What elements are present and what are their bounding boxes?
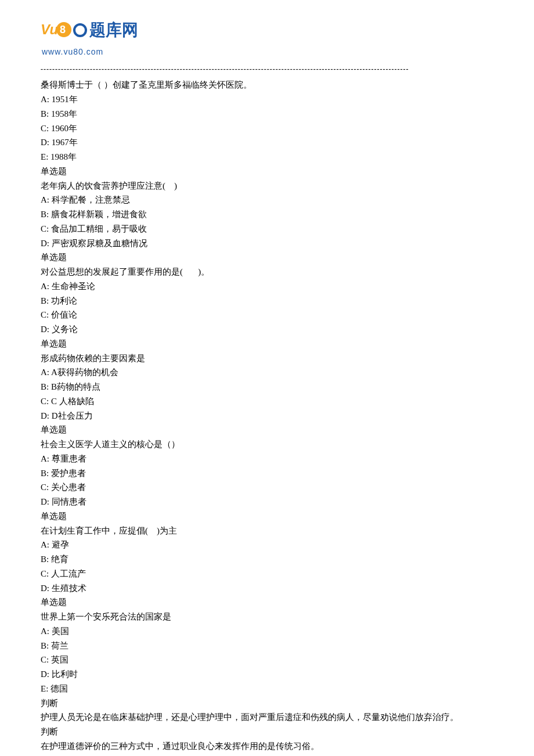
question-type: 判断 — [41, 696, 493, 711]
question-stem: 世界上第一个安乐死合法的国家是 — [41, 610, 493, 624]
question-stem: 对公益思想的发展起了重要作用的是( )。 — [41, 265, 493, 279]
option: C: 英国 — [41, 653, 493, 667]
logo-text: 题库网 — [89, 17, 138, 44]
option: A: 美国 — [41, 624, 493, 639]
judgment-text: 护理人员无论是在临床基础护理，还是心理护理中，面对严重后遗症和伤残的病人，尽量劝… — [41, 710, 493, 725]
question-stem: 老年病人的饮食营养护理应注意( ) — [41, 179, 493, 193]
option: C: 关心患者 — [41, 480, 493, 495]
option: C: C 人格缺陷 — [41, 394, 493, 409]
option: D: 义务论 — [41, 322, 493, 337]
option: D: D社会压力 — [41, 409, 493, 423]
question-type: 单选题 — [41, 509, 493, 524]
question-stem: 在计划生育工作中，应提倡( )为主 — [41, 524, 493, 538]
svg-text:Vu: Vu — [41, 21, 59, 37]
question-type: 单选题 — [41, 250, 493, 265]
judgment-label: 判断 — [41, 754, 493, 756]
svg-text:8: 8 — [60, 24, 66, 35]
option: A: 尊重患者 — [41, 452, 493, 466]
option: D: 生殖技术 — [41, 581, 493, 596]
question-stem: 桑得斯博士于（ ）创建了圣克里斯多福临终关怀医院。 — [41, 78, 493, 92]
option: C: 人工流产 — [41, 567, 493, 581]
option: B: 荷兰 — [41, 639, 493, 653]
question-type: 单选题 — [41, 164, 493, 179]
option: A: 1951年 — [41, 92, 493, 107]
option: B: 功利论 — [41, 294, 493, 308]
question-type: 单选题 — [41, 423, 493, 437]
option: D: 1967年 — [41, 135, 493, 150]
document-body: 桑得斯博士于（ ）创建了圣克里斯多福临终关怀医院。 A: 1951年 B: 19… — [41, 78, 493, 756]
option: B: 绝育 — [41, 552, 493, 567]
site-logo: Vu 8 题库网 — [41, 17, 493, 44]
option: A: 避孕 — [41, 538, 493, 552]
logo-icon: Vu 8 — [41, 19, 73, 41]
divider-line: ----------------------------------------… — [41, 64, 493, 75]
question-stem: 社会主义医学人道主义的核心是（） — [41, 437, 493, 452]
judgment-text: 在护理道德评价的三种方式中，通过职业良心来发挥作用的是传统习俗。 — [41, 739, 493, 754]
option: C: 价值论 — [41, 308, 493, 322]
question-type: 单选题 — [41, 595, 493, 610]
logo-url: www.vu80.com — [42, 45, 493, 58]
option: E: 1988年 — [41, 150, 493, 164]
option: B: 爱护患者 — [41, 466, 493, 481]
option: C: 1960年 — [41, 121, 493, 136]
option: A: 生命神圣论 — [41, 279, 493, 294]
option: A: A获得药物的机会 — [41, 365, 493, 380]
option: D: 比利时 — [41, 667, 493, 682]
judgment-label: 判断 — [41, 725, 493, 739]
option: B: 膳食花样新颖，增进食欲 — [41, 207, 493, 222]
option: E: 德国 — [41, 682, 493, 696]
option: A: 科学配餐，注意禁忌 — [41, 193, 493, 207]
question-type: 单选题 — [41, 337, 493, 351]
logo-circle-o — [73, 23, 87, 37]
option: B: B药物的特点 — [41, 380, 493, 394]
option: B: 1958年 — [41, 107, 493, 121]
option: C: 食品加工精细，易于吸收 — [41, 222, 493, 236]
question-stem: 形成药物依赖的主要因素是 — [41, 351, 493, 366]
option: D: 同情患者 — [41, 495, 493, 509]
option: D: 严密观察尿糖及血糖情况 — [41, 236, 493, 251]
